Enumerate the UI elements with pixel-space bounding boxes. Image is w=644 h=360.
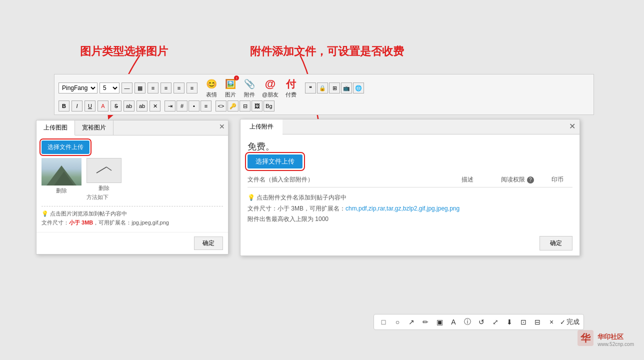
bt-download-icon[interactable]: ⬇ [504, 316, 515, 328]
delete-label-1: 删除 [42, 187, 82, 194]
attach-btn[interactable]: 📎 附件 [243, 78, 256, 98]
pay-label: 付费 [286, 91, 296, 98]
finish-button[interactable]: ✓ 完成 [560, 318, 580, 326]
align-center-btn[interactable]: ≡ [148, 82, 158, 94]
list4-btn[interactable]: ≡ [200, 100, 212, 112]
code-btn[interactable]: <> [216, 100, 226, 112]
perm-info-icon: ? [527, 176, 534, 184]
at-icon: @ [264, 78, 277, 90]
media-btn[interactable]: 📺 [341, 82, 352, 94]
logo-icon: 华 [576, 329, 594, 350]
bottom-toolbar: □ ○ ↗ ✏ ▣ A ⓘ ↺ ⤢ ⬇ ⊡ ⊟ × ✓ 完成 [374, 314, 584, 330]
quote-btn[interactable]: ❝ [305, 82, 316, 94]
image-dialog-footer: 确定 [36, 232, 228, 254]
align-right-btn[interactable]: ≡ [174, 82, 184, 94]
svg-line-3 [106, 167, 112, 170]
image2-btn[interactable]: 🖼 [252, 100, 262, 112]
select-attach-btn[interactable]: 选择文件上传 [248, 154, 302, 168]
col-coin-header: 印币 [542, 176, 572, 184]
image-icon: 🖼️ ! [224, 78, 237, 90]
align-justify-btn[interactable]: ≡ [186, 82, 198, 94]
attach-dialog-body: 免费。 选择文件上传 文件名（插入全部附件） 描述 阅读权限 ? 印币 💡 点击… [240, 134, 580, 231]
brand-name: 华印社区 [598, 332, 634, 342]
bt-pen-icon[interactable]: ✏ [420, 316, 431, 328]
col-desc-header: 描述 [442, 176, 492, 184]
key-btn[interactable]: 🔑 [228, 100, 238, 112]
image-dialog-close[interactable]: ✕ [219, 122, 225, 130]
attach-upload-dialog: 上传附件 ✕ 免费。 选择文件上传 文件名（插入全部附件） 描述 阅读权限 ? … [240, 119, 580, 256]
image-thumb-2: 删除 方法如下 [86, 158, 122, 201]
pay-btn[interactable]: 付 付费 [284, 78, 298, 98]
second-image [86, 158, 122, 183]
logo-text-group: 华印社区 www.52cnp.com [598, 332, 634, 347]
attach-dialog-close[interactable]: ✕ [569, 122, 576, 131]
hr-btn[interactable]: — [122, 82, 132, 94]
svg-line-2 [96, 167, 106, 173]
bt-circle-icon[interactable]: ○ [392, 316, 403, 328]
attach-table-header: 文件名（插入全部附件） 描述 阅读权限 ? 印币 [248, 176, 572, 188]
image-dialog-body: 选择文件上传 删除 删除 方法如下 [36, 136, 228, 232]
plugin-btn[interactable]: 🌐 [353, 82, 364, 94]
emoji-icon: 😊 [205, 78, 218, 90]
attach-dialog-info: 💡 点击附件文件名添加到贴子内容中 文件尺寸：小于 3MB，可用扩展名：chm,… [248, 192, 572, 225]
bg-btn[interactable]: Bg [264, 100, 274, 112]
table3-btn[interactable]: ⊟ [240, 100, 250, 112]
tab-wide-image[interactable]: 宽裕图片 [75, 120, 114, 135]
font-family-select[interactable]: PingFang [58, 82, 98, 94]
bold-btn[interactable]: B [58, 100, 70, 112]
tab-attach-upload[interactable]: 上传附件 [240, 120, 282, 134]
editor-toolbar-area: PingFang 5 — ▦ ≡ ≡ ≡ ≡ 😊 表情 🖼️ ! 图片 📎 [54, 74, 594, 115]
table2-btn[interactable]: ⊞ [329, 82, 340, 94]
method-label: 方法如下 [86, 194, 122, 201]
toolbar-row-2: B I U A S̶ ab ab ✕ ⇥ # • ≡ <> 🔑 ⊟ 🖼 Bg [58, 100, 590, 112]
delete-label-2: 删除 [86, 184, 122, 192]
image-dialog-info: 💡 点击图片浏览添加到帖子内容中 文件尺寸：小于 3MB，可用扩展名：jpg,j… [42, 206, 223, 227]
emoji-label: 表情 [206, 91, 217, 98]
tab-upload-image[interactable]: 上传图图 [36, 120, 75, 136]
lock-btn[interactable]: 🔒 [317, 82, 328, 94]
bt-rect-icon[interactable]: □ [378, 316, 389, 328]
landscape-image [42, 158, 82, 186]
select-image-btn[interactable]: 选择文件上传 [42, 140, 90, 154]
finish-label: 完成 [566, 318, 580, 326]
attach-icon: 📎 [243, 78, 256, 90]
table-btn[interactable]: ▦ [134, 82, 146, 94]
image-confirm-btn[interactable]: 确定 [194, 236, 223, 250]
format3-btn[interactable]: ✕ [150, 100, 160, 112]
align-left-btn[interactable]: ≡ [160, 82, 172, 94]
at-btn[interactable]: @ @朋友 [262, 78, 278, 98]
underline-btn[interactable]: U [84, 100, 96, 112]
format1-btn[interactable]: ab [124, 100, 134, 112]
bt-minus-icon[interactable]: ⊟ [532, 316, 543, 328]
bt-resize-icon[interactable]: ⤢ [490, 316, 501, 328]
format2-btn[interactable]: ab [136, 100, 148, 112]
image-upload-dialog: 上传图图 宽裕图片 ✕ 选择文件上传 删除 [36, 120, 228, 254]
image-dialog-tabs: 上传图图 宽裕图片 ✕ [36, 120, 228, 136]
bt-undo-icon[interactable]: ↺ [476, 316, 487, 328]
italic-btn[interactable]: I [72, 100, 82, 112]
bt-arrow-icon[interactable]: ↗ [406, 316, 417, 328]
checkmark-icon: ✓ [560, 318, 566, 326]
toolbar-row-1: PingFang 5 — ▦ ≡ ≡ ≡ ≡ 😊 表情 🖼️ ! 图片 📎 [58, 78, 590, 98]
attach-dialog-tabs: 上传附件 ✕ [240, 120, 580, 134]
font-size-select[interactable]: 5 [100, 82, 120, 94]
bt-text-icon[interactable]: A [448, 316, 459, 328]
image-preview-area: 删除 删除 方法如下 [42, 158, 223, 201]
pay-icon: 付 [284, 78, 298, 90]
strikethrough-btn[interactable]: S̶ [110, 100, 122, 112]
color-btn[interactable]: A [98, 100, 108, 112]
list-ul-btn[interactable]: • [188, 100, 200, 112]
bt-info-icon[interactable]: ⓘ [462, 316, 473, 328]
at-label: @朋友 [262, 91, 278, 98]
svg-text:华: 华 [580, 332, 591, 344]
indent-btn[interactable]: ⇥ [164, 100, 176, 112]
attach-confirm-btn[interactable]: 确定 [540, 236, 572, 250]
attach-dialog-footer: 确定 [240, 231, 580, 256]
bt-close-icon[interactable]: × [546, 316, 557, 328]
bt-crop-icon[interactable]: ⊡ [518, 316, 529, 328]
brand-logo: 华 华印社区 www.52cnp.com [576, 329, 634, 350]
emoji-btn[interactable]: 😊 表情 [205, 78, 218, 98]
bt-box-icon[interactable]: ▣ [434, 316, 445, 328]
image-btn[interactable]: 🖼️ ! 图片 [224, 78, 237, 98]
list-ol-btn[interactable]: # [176, 100, 188, 112]
